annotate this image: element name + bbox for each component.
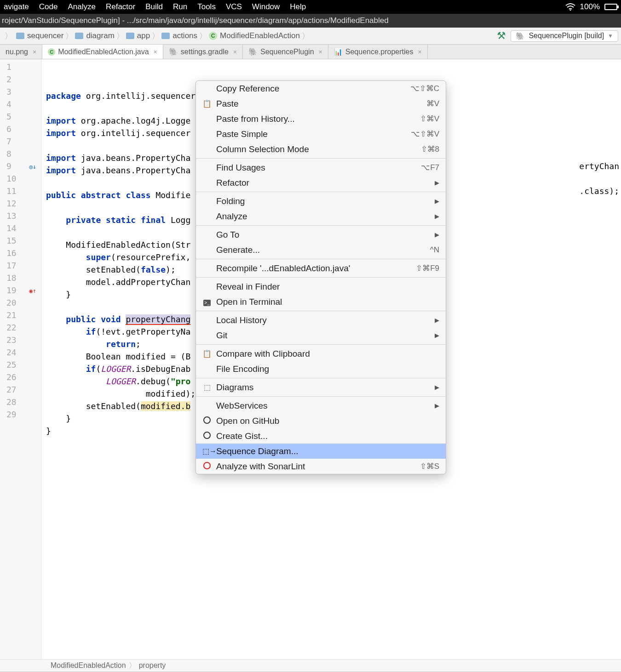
breadcrumb-app[interactable]: app [126,31,150,40]
menu-item-paste-simple[interactable]: Paste Simple⌥⇧⌘V [196,126,446,142]
build-icon[interactable]: ⚒ [494,30,509,42]
breadcrumb-actions[interactable]: actions [161,31,197,40]
run-config-selector[interactable]: 🐘 SequencePlugin [build] ▼ [511,30,618,42]
menu-item-create-gist-[interactable]: Create Gist... [196,428,446,444]
gutter-line-5: 5 [0,112,41,124]
menu-item-compare-with-clipboard[interactable]: 📋Compare with Clipboard [196,346,446,361]
close-tab-icon[interactable]: × [418,48,421,56]
gutter-line-3: 3 [0,87,41,99]
menu-item-label: File Encoding [216,364,439,374]
menu-item-file-encoding[interactable]: File Encoding [196,361,446,376]
menu-item-refactor[interactable]: Refactor▶ [196,175,446,190]
menu-item-paste[interactable]: 📋Paste⌘V [196,96,446,111]
folder-icon [16,33,24,39]
menu-icon [202,416,212,426]
menu-separator [196,311,446,311]
close-tab-icon[interactable]: × [233,48,237,56]
gutter-line-17: 17 [0,261,41,273]
tab-nu-png[interactable]: nu.png× [0,45,42,59]
menu-item-open-on-github[interactable]: Open on GitHub [196,413,446,428]
tab-modifiedenabledaction-java[interactable]: CModifiedEnabledAction.java× [42,45,163,59]
menu-item-recompile-denabledaction-java-[interactable]: Recompile '...dEnabledAction.java'⇧⌘F9 [196,261,446,276]
menu-refactor[interactable]: Refactor [106,2,135,11]
menu-code[interactable]: Code [39,2,58,11]
window-title-bar: roject/VanStudio/SequencePlugin] - .../s… [0,14,621,28]
tab-label: SequencePlugin [260,48,314,56]
run-config-label: SequencePlugin [build] [529,32,604,40]
menu-item-label: Analyze [216,211,430,222]
window-title-text: roject/VanStudio/SequencePlugin] - .../s… [2,16,389,25]
gutter-line-25: 25 [0,360,41,372]
close-tab-icon[interactable]: × [33,48,36,56]
menu-item-analyze[interactable]: Analyze▶ [196,209,446,224]
gradle-icon: 🐘 [516,32,525,40]
menu-item-local-history[interactable]: Local History▶ [196,313,446,328]
menu-item-go-to[interactable]: Go To▶ [196,227,446,242]
properties-icon: 📊 [334,48,343,56]
menu-item-generate-[interactable]: Generate...^N [196,242,446,257]
menu-item-label: Paste from History... [216,114,415,124]
menu-separator [196,259,446,259]
gutter-line-1: 1 [0,62,41,74]
breadcrumb-sequencer[interactable]: sequencer [16,31,63,40]
breadcrumb-sep: 〉 [129,661,136,671]
breadcrumb-diagram[interactable]: diagram [75,31,114,40]
menu-items: avigateCodeAnalyzeRefactorBuildRunToolsV… [4,2,306,11]
shortcut-label: ⌘V [426,99,439,108]
menu-item-paste-from-history-[interactable]: Paste from History...⇧⌘V [196,111,446,126]
tab-settings-gradle[interactable]: 🐘settings.gradle× [163,45,243,59]
menu-run[interactable]: Run [173,2,187,11]
tab-label: Sequence.properties [345,48,414,56]
breadcrumb-class[interactable]: ModifiedEnabledAction [51,661,126,670]
breadcrumb-sep: 〉 [300,31,311,41]
menu-item-label: Sequence Diagram... [216,446,439,456]
breadcrumb-label: diagram [86,31,114,40]
menu-icon [202,462,212,471]
menu-icon [202,432,212,441]
menu-item-webservices[interactable]: WebServices▶ [196,398,446,413]
code-fragment-right: .class); [579,186,619,196]
menu-item-open-in-terminal[interactable]: >_Open in Terminal [196,294,446,309]
tab-sequence-properties[interactable]: 📊Sequence.properties× [328,45,428,59]
menu-item-sequence-diagram-[interactable]: ⬚→Sequence Diagram... [196,444,446,459]
menu-item-reveal-in-finder[interactable]: Reveal in Finder [196,279,446,294]
shortcut-label: ⇧⌘V [420,114,439,124]
breadcrumb-ModifiedEnabledAction[interactable]: CModifiedEnabledAction [209,31,300,40]
menu-item-label: Refactor [216,178,430,188]
submenu-arrow-icon: ▶ [435,332,439,339]
menu-item-find-usages[interactable]: Find Usages⌥F7 [196,160,446,175]
menu-tools[interactable]: Tools [197,2,216,11]
menu-item-analyze-with-sonarlint[interactable]: Analyze with SonarLint⇧⌘S [196,459,446,474]
menu-item-label: Go To [216,230,430,240]
menu-item-folding[interactable]: Folding▶ [196,194,446,209]
folder-icon [75,33,83,39]
shortcut-label: ⌥⇧⌘V [411,129,439,139]
menu-item-label: Diagrams [216,382,430,393]
gutter-mark-icon[interactable]: ◎↓ [29,163,36,170]
class-icon: C [209,32,217,40]
gradle-icon: 🐘 [169,47,178,56]
menu-item-label: Compare with Clipboard [216,349,439,359]
gutter-line-4: 4 [0,99,41,112]
menu-help[interactable]: Help [290,2,306,11]
menu-item-column-selection-mode[interactable]: Column Selection Mode⇧⌘8 [196,142,446,157]
gutter-mark-icon[interactable]: ◉↑ [29,287,36,294]
tab-sequenceplugin[interactable]: 🐘SequencePlugin× [243,45,328,59]
close-tab-icon[interactable]: × [154,48,157,56]
menu-item-copy-reference[interactable]: Copy Reference⌥⇧⌘C [196,81,446,96]
breadcrumb-method[interactable]: property [139,661,166,670]
menu-item-label: Find Usages [216,163,416,173]
gutter-line-11: 11 [0,186,41,199]
close-tab-icon[interactable]: × [319,48,322,56]
menu-build[interactable]: Build [145,2,163,11]
breadcrumb-sep: 〉 [197,31,209,41]
shortcut-label: ⌥⇧⌘C [410,84,439,93]
menu-vcs[interactable]: VCS [226,2,242,11]
menu-avigate[interactable]: avigate [4,2,29,11]
code-fragment-right: ertyChan [579,161,619,171]
menu-analyze[interactable]: Analyze [68,2,95,11]
menu-separator [196,378,446,378]
menu-window[interactable]: Window [252,2,280,11]
menu-item-git[interactable]: Git▶ [196,328,446,343]
menu-item-diagrams[interactable]: ⬚Diagrams▶ [196,380,446,395]
